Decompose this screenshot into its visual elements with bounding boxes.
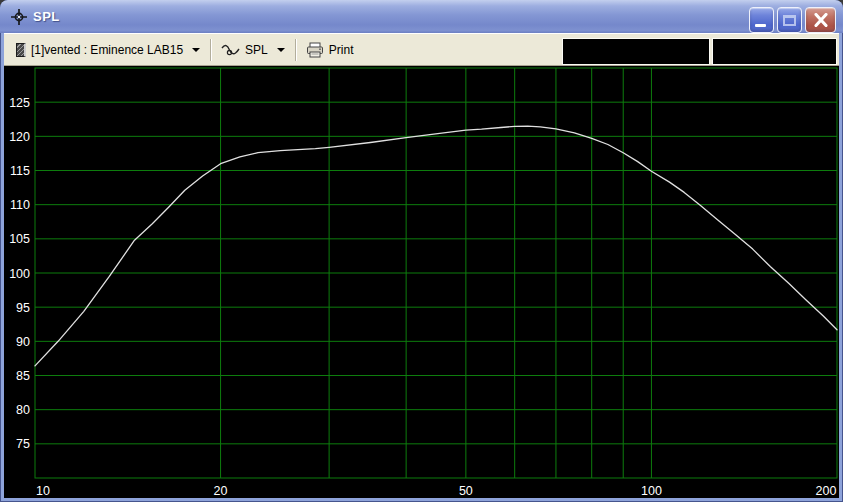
spl-window: SPL [1]vented : Eminence LAB15: [0, 0, 843, 502]
x-tick-label: 50: [459, 484, 473, 498]
y-tick-label: 110: [10, 198, 30, 212]
toolbar-separator: [210, 39, 211, 61]
y-tick-label: 80: [16, 403, 30, 417]
y-tick-label: 90: [16, 335, 30, 349]
chevron-down-icon: [192, 48, 200, 52]
cursor-readouts: [562, 38, 837, 65]
x-tick-label: 10: [36, 484, 50, 498]
print-button-label: Print: [329, 43, 354, 57]
y-tick-label: 115: [10, 164, 30, 178]
y-tick-label: 75: [16, 437, 30, 451]
x-tick-label: 20: [214, 484, 228, 498]
y-tick-label: 125: [9, 96, 30, 110]
y-tick-label: 85: [16, 369, 30, 383]
spl-curve: [35, 126, 837, 366]
title-bar[interactable]: SPL: [0, 0, 843, 33]
y-tick-label: 100: [9, 267, 30, 281]
toolbar-separator: [295, 39, 296, 61]
y-tick-label: 105: [9, 232, 30, 246]
window-controls: [749, 7, 836, 33]
close-button[interactable]: [805, 7, 836, 33]
driver-dropdown[interactable]: [1]vented : Eminence LAB15: [10, 37, 206, 63]
maximize-icon: [783, 15, 796, 26]
toolbar: [1]vented : Eminence LAB15 SPL Print: [4, 33, 839, 66]
driver-dropdown-label: [1]vented : Eminence LAB15: [31, 43, 183, 57]
minimize-icon: [755, 24, 766, 27]
y-tick-label: 95: [16, 301, 30, 315]
readout-panel-right: [712, 38, 837, 65]
x-tick-label: 200: [816, 484, 837, 498]
minimize-button[interactable]: [749, 7, 774, 33]
window-title: SPL: [33, 9, 60, 24]
graph-type-label: SPL: [245, 43, 268, 57]
chart-area[interactable]: 1251201151101051009590858075102050100200: [4, 66, 839, 498]
maximize-button[interactable]: [777, 7, 802, 33]
crosshair-icon: [10, 8, 28, 26]
printer-icon: [306, 42, 324, 58]
chevron-down-icon: [277, 48, 285, 52]
spl-chart-svg: 1251201151101051009590858075102050100200: [4, 66, 839, 498]
y-tick-label: 120: [9, 130, 30, 144]
curve-icon: [221, 43, 240, 57]
driver-doc-icon: [16, 43, 26, 57]
graph-type-dropdown[interactable]: SPL: [215, 37, 291, 63]
x-tick-label: 100: [641, 484, 662, 498]
print-button[interactable]: Print: [300, 37, 360, 63]
close-icon: [813, 13, 829, 27]
readout-panel-left: [562, 38, 710, 65]
